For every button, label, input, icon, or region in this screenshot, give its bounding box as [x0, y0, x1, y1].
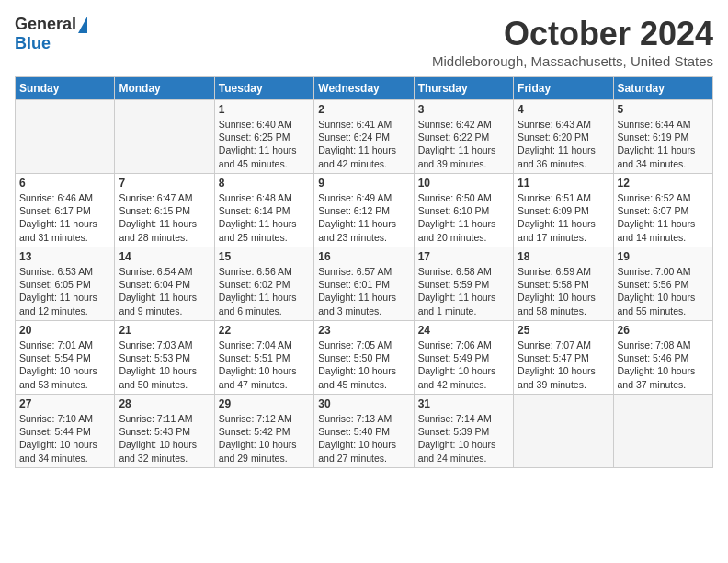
day-info: Sunrise: 7:11 AM Sunset: 5:43 PM Dayligh… [119, 412, 210, 465]
calendar-cell: 23Sunrise: 7:05 AM Sunset: 5:50 PM Dayli… [314, 321, 414, 395]
month-title: October 2024 [432, 15, 713, 53]
day-number: 6 [19, 177, 110, 190]
calendar-cell: 2Sunrise: 6:41 AM Sunset: 6:24 PM Daylig… [314, 100, 414, 174]
day-info: Sunrise: 6:42 AM Sunset: 6:22 PM Dayligh… [418, 118, 509, 170]
calendar-cell: 17Sunrise: 6:58 AM Sunset: 5:59 PM Dayli… [414, 247, 513, 321]
day-number: 4 [518, 103, 609, 116]
calendar-week-2: 6Sunrise: 6:46 AM Sunset: 6:17 PM Daylig… [16, 174, 713, 247]
day-info: Sunrise: 6:56 AM Sunset: 6:02 PM Dayligh… [219, 265, 310, 317]
day-number: 30 [318, 397, 409, 410]
logo-general-text: General [15, 15, 76, 34]
day-info: Sunrise: 7:04 AM Sunset: 5:51 PM Dayligh… [219, 339, 310, 391]
day-number: 27 [19, 397, 110, 410]
calendar-week-3: 13Sunrise: 6:53 AM Sunset: 6:05 PM Dayli… [16, 247, 713, 321]
calendar-week-5: 27Sunrise: 7:10 AM Sunset: 5:44 PM Dayli… [16, 395, 713, 468]
day-info: Sunrise: 7:13 AM Sunset: 5:40 PM Dayligh… [318, 412, 409, 465]
calendar-cell: 24Sunrise: 7:06 AM Sunset: 5:49 PM Dayli… [414, 321, 513, 395]
calendar-cell: 5Sunrise: 6:44 AM Sunset: 6:19 PM Daylig… [613, 100, 712, 174]
calendar-header-row: SundayMondayTuesdayWednesdayThursdayFrid… [16, 77, 713, 100]
day-number: 21 [119, 324, 210, 337]
calendar-cell [115, 100, 214, 174]
calendar-cell: 6Sunrise: 6:46 AM Sunset: 6:17 PM Daylig… [16, 174, 115, 247]
calendar-week-1: 1Sunrise: 6:40 AM Sunset: 6:25 PM Daylig… [16, 100, 713, 174]
day-number: 26 [618, 324, 709, 337]
day-info: Sunrise: 7:06 AM Sunset: 5:49 PM Dayligh… [418, 339, 509, 391]
header-friday: Friday [514, 77, 613, 100]
day-info: Sunrise: 6:50 AM Sunset: 6:10 PM Dayligh… [418, 191, 509, 244]
calendar-cell: 19Sunrise: 7:00 AM Sunset: 5:56 PM Dayli… [613, 247, 712, 321]
day-number: 9 [318, 177, 409, 190]
day-number: 3 [418, 103, 509, 116]
day-number: 8 [219, 177, 310, 190]
calendar-cell: 3Sunrise: 6:42 AM Sunset: 6:22 PM Daylig… [414, 100, 513, 174]
header-wednesday: Wednesday [314, 77, 414, 100]
calendar-cell: 10Sunrise: 6:50 AM Sunset: 6:10 PM Dayli… [414, 174, 513, 247]
day-info: Sunrise: 6:44 AM Sunset: 6:19 PM Dayligh… [618, 118, 709, 170]
calendar-cell: 8Sunrise: 6:48 AM Sunset: 6:14 PM Daylig… [214, 174, 313, 247]
day-number: 31 [418, 397, 509, 410]
header-monday: Monday [115, 77, 214, 100]
day-number: 28 [119, 397, 210, 410]
day-number: 1 [219, 103, 310, 116]
day-number: 15 [219, 250, 310, 263]
day-number: 11 [518, 177, 609, 190]
day-number: 2 [318, 103, 409, 116]
calendar-week-4: 20Sunrise: 7:01 AM Sunset: 5:54 PM Dayli… [16, 321, 713, 395]
day-info: Sunrise: 6:49 AM Sunset: 6:12 PM Dayligh… [318, 191, 409, 244]
calendar-cell: 27Sunrise: 7:10 AM Sunset: 5:44 PM Dayli… [16, 395, 115, 468]
day-number: 10 [418, 177, 509, 190]
calendar-cell: 4Sunrise: 6:43 AM Sunset: 6:20 PM Daylig… [514, 100, 613, 174]
day-number: 12 [618, 177, 709, 190]
day-info: Sunrise: 6:43 AM Sunset: 6:20 PM Dayligh… [518, 118, 609, 170]
day-info: Sunrise: 6:51 AM Sunset: 6:09 PM Dayligh… [518, 191, 609, 244]
logo: General Blue [15, 15, 87, 53]
calendar-cell [613, 395, 712, 468]
day-info: Sunrise: 6:52 AM Sunset: 6:07 PM Dayligh… [618, 191, 709, 244]
calendar-cell: 25Sunrise: 7:07 AM Sunset: 5:47 PM Dayli… [514, 321, 613, 395]
day-info: Sunrise: 7:01 AM Sunset: 5:54 PM Dayligh… [19, 339, 110, 391]
calendar-cell: 31Sunrise: 7:14 AM Sunset: 5:39 PM Dayli… [414, 395, 513, 468]
page-header: General Blue October 2024 Middleborough,… [15, 15, 713, 69]
day-number: 16 [318, 250, 409, 263]
day-info: Sunrise: 7:10 AM Sunset: 5:44 PM Dayligh… [19, 412, 110, 465]
day-number: 25 [518, 324, 609, 337]
calendar-cell [16, 100, 115, 174]
day-number: 23 [318, 324, 409, 337]
calendar-cell: 15Sunrise: 6:56 AM Sunset: 6:02 PM Dayli… [214, 247, 313, 321]
day-number: 24 [418, 324, 509, 337]
day-info: Sunrise: 7:07 AM Sunset: 5:47 PM Dayligh… [518, 339, 609, 391]
calendar-cell: 22Sunrise: 7:04 AM Sunset: 5:51 PM Dayli… [214, 321, 313, 395]
day-info: Sunrise: 6:48 AM Sunset: 6:14 PM Dayligh… [219, 191, 310, 244]
calendar-cell: 28Sunrise: 7:11 AM Sunset: 5:43 PM Dayli… [115, 395, 214, 468]
day-number: 20 [19, 324, 110, 337]
calendar-cell: 12Sunrise: 6:52 AM Sunset: 6:07 PM Dayli… [613, 174, 712, 247]
day-info: Sunrise: 6:40 AM Sunset: 6:25 PM Dayligh… [219, 118, 310, 170]
location-text: Middleborough, Massachusetts, United Sta… [432, 53, 713, 69]
calendar-cell: 13Sunrise: 6:53 AM Sunset: 6:05 PM Dayli… [16, 247, 115, 321]
day-number: 13 [19, 250, 110, 263]
calendar-cell: 14Sunrise: 6:54 AM Sunset: 6:04 PM Dayli… [115, 247, 214, 321]
calendar-cell: 29Sunrise: 7:12 AM Sunset: 5:42 PM Dayli… [214, 395, 313, 468]
day-info: Sunrise: 7:05 AM Sunset: 5:50 PM Dayligh… [318, 339, 409, 391]
calendar-cell: 7Sunrise: 6:47 AM Sunset: 6:15 PM Daylig… [115, 174, 214, 247]
day-info: Sunrise: 6:57 AM Sunset: 6:01 PM Dayligh… [318, 265, 409, 317]
calendar-cell: 1Sunrise: 6:40 AM Sunset: 6:25 PM Daylig… [214, 100, 313, 174]
calendar-cell: 11Sunrise: 6:51 AM Sunset: 6:09 PM Dayli… [514, 174, 613, 247]
day-info: Sunrise: 6:58 AM Sunset: 5:59 PM Dayligh… [418, 265, 509, 317]
header-thursday: Thursday [414, 77, 513, 100]
header-sunday: Sunday [16, 77, 115, 100]
day-info: Sunrise: 7:03 AM Sunset: 5:53 PM Dayligh… [119, 339, 210, 391]
header-saturday: Saturday [613, 77, 712, 100]
day-info: Sunrise: 6:53 AM Sunset: 6:05 PM Dayligh… [19, 265, 110, 317]
day-number: 7 [119, 177, 210, 190]
day-info: Sunrise: 7:14 AM Sunset: 5:39 PM Dayligh… [418, 412, 509, 465]
calendar-cell: 20Sunrise: 7:01 AM Sunset: 5:54 PM Dayli… [16, 321, 115, 395]
day-number: 5 [618, 103, 709, 116]
logo-blue-text: Blue [15, 34, 51, 53]
day-number: 14 [119, 250, 210, 263]
title-block: October 2024 Middleborough, Massachusett… [432, 15, 713, 69]
day-info: Sunrise: 6:47 AM Sunset: 6:15 PM Dayligh… [119, 191, 210, 244]
day-info: Sunrise: 6:59 AM Sunset: 5:58 PM Dayligh… [518, 265, 609, 317]
day-info: Sunrise: 7:12 AM Sunset: 5:42 PM Dayligh… [219, 412, 310, 465]
day-number: 29 [219, 397, 310, 410]
